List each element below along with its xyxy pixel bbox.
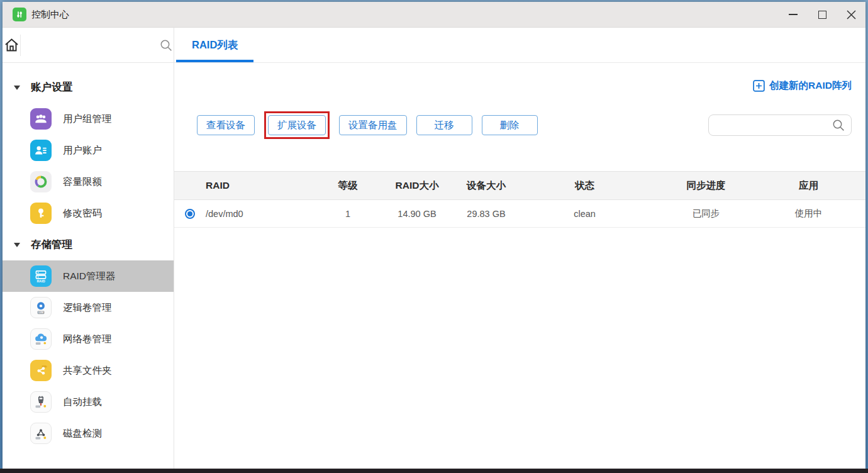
sidebar-item-label: 修改密码 — [63, 207, 102, 220]
maximize-icon — [818, 11, 826, 19]
sidebar-item-raid-manager[interactable]: RAID RAID管理器 — [3, 260, 174, 292]
plus-icon — [753, 80, 765, 92]
column-header-level: 等级 — [325, 172, 370, 200]
column-header-sync-progress: 同步进度 — [660, 172, 752, 200]
close-icon — [847, 10, 856, 19]
column-header-device-size: 设备大小 — [464, 172, 509, 200]
cell-status: clean — [509, 200, 660, 228]
raid-list-content: 创建新的RAID阵列 查看设备 扩展设备 设置备用盘 迁移 删除 — [174, 63, 865, 469]
tab-bar: RAID列表 — [174, 28, 865, 63]
raid-table: RAID 等级 RAID大小 设备大小 状态 同步进度 应用 — [174, 171, 865, 228]
quota-donut-icon — [30, 171, 52, 192]
users-group-icon — [30, 108, 52, 130]
sidebar-item-user-account[interactable]: 用户账户 — [3, 135, 174, 166]
sidebar-item-user-group[interactable]: 用户组管理 — [3, 103, 174, 135]
home-button[interactable] — [3, 28, 20, 62]
sidebar-item-automount[interactable]: 自动挂载 — [3, 386, 174, 418]
shared-folder-icon — [30, 360, 52, 381]
row-radio-selected[interactable] — [185, 209, 195, 219]
create-raid-button[interactable]: 创建新的RAID阵列 — [753, 79, 852, 92]
collapse-triangle-icon — [14, 86, 20, 90]
sidebar-item-label: 自动挂载 — [63, 396, 102, 409]
network-volume-cloud-icon — [30, 328, 52, 350]
sidebar-section-storage-management[interactable]: 存储管理 — [3, 229, 174, 260]
cell-device-size: 29.83 GB — [464, 200, 509, 228]
svg-text:LVM: LVM — [38, 311, 43, 314]
view-device-button[interactable]: 查看设备 — [197, 115, 255, 135]
toolbar: 查看设备 扩展设备 设置备用盘 迁移 删除 — [197, 111, 852, 139]
tab-label: RAID列表 — [192, 38, 238, 52]
svg-text:RAID: RAID — [36, 279, 45, 283]
column-header-raid: RAID — [206, 172, 325, 200]
sidebar-item-shared-folder[interactable]: 共享文件夹 — [3, 355, 174, 386]
table-search-box[interactable] — [708, 114, 852, 136]
table-search-input[interactable] — [716, 120, 831, 130]
cell-level: 1 — [325, 200, 370, 228]
sidebar: 账户设置 用户组管理 用户账户 — [3, 28, 174, 469]
tab-raid-list[interactable]: RAID列表 — [176, 28, 253, 62]
lvm-disk-icon: LVM — [30, 297, 52, 318]
create-raid-label: 创建新的RAID阵列 — [769, 79, 852, 92]
radio-column-header — [174, 172, 206, 200]
set-spare-disk-button[interactable]: 设置备用盘 — [339, 115, 407, 135]
sidebar-item-network-volume[interactable]: 网络卷管理 — [3, 323, 174, 355]
table-header-row: RAID 等级 RAID大小 设备大小 状态 同步进度 应用 — [174, 172, 865, 200]
search-icon — [831, 118, 846, 133]
control-center-app-icon — [13, 8, 26, 21]
sidebar-section-account-settings[interactable]: 账户设置 — [3, 72, 174, 103]
sidebar-item-label: 容量限额 — [63, 175, 102, 189]
raid-manager-icon: RAID — [30, 265, 52, 287]
sidebar-item-lvm-manager[interactable]: LVM 逻辑卷管理 — [3, 292, 174, 323]
section-label: 账户设置 — [31, 81, 72, 94]
expand-device-button[interactable]: 扩展设备 — [268, 115, 326, 135]
titlebar: 控制中心 — [3, 2, 865, 28]
cell-sync-progress: 已同步 — [660, 200, 752, 228]
main-panel: RAID列表 创建新的RAID阵列 查看设备 — [174, 28, 865, 469]
collapse-triangle-icon — [14, 243, 20, 247]
sidebar-nav: 账户设置 用户组管理 用户账户 — [3, 63, 174, 449]
disk-check-icon — [30, 423, 52, 444]
automount-plug-icon — [30, 391, 52, 413]
home-icon — [3, 36, 20, 53]
table-row[interactable]: /dev/md0 1 14.90 GB 29.83 GB clean 已同步 使… — [174, 200, 865, 228]
column-header-application: 应用 — [752, 172, 865, 200]
sidebar-item-label: 用户组管理 — [63, 113, 112, 126]
sidebar-item-label: RAID管理器 — [63, 270, 116, 283]
sidebar-search-input[interactable] — [21, 28, 159, 62]
user-account-icon — [30, 140, 52, 161]
desktop-background: 控制中心 — [0, 0, 868, 473]
app-window: 控制中心 — [3, 2, 865, 469]
column-header-status: 状态 — [509, 172, 660, 200]
sidebar-item-label: 共享文件夹 — [63, 364, 112, 377]
sidebar-item-label: 用户账户 — [63, 144, 102, 157]
cell-raid-device: /dev/md0 — [206, 200, 325, 228]
window-controls — [779, 2, 865, 27]
red-highlight-annotation: 扩展设备 — [264, 111, 330, 139]
minimize-button[interactable] — [779, 2, 808, 27]
migrate-button[interactable]: 迁移 — [416, 115, 472, 135]
cell-application: 使用中 — [752, 200, 865, 228]
window-title: 控制中心 — [31, 9, 69, 21]
maximize-button[interactable] — [808, 2, 837, 27]
minimize-icon — [789, 14, 798, 15]
cell-raid-size: 14.90 GB — [370, 200, 464, 228]
sidebar-item-quota[interactable]: 容量限额 — [3, 166, 174, 198]
desktop-taskbar-strip — [0, 469, 868, 473]
password-key-icon — [30, 203, 52, 224]
sidebar-item-disk-check[interactable]: 磁盘检测 — [3, 418, 174, 449]
close-button[interactable] — [837, 2, 865, 27]
section-label: 存储管理 — [31, 238, 72, 252]
delete-button[interactable]: 删除 — [482, 115, 538, 135]
sidebar-item-change-password[interactable]: 修改密码 — [3, 198, 174, 229]
sidebar-item-label: 逻辑卷管理 — [63, 301, 112, 314]
search-icon[interactable] — [159, 38, 174, 53]
sidebar-item-label: 网络卷管理 — [63, 333, 112, 346]
column-header-raid-size: RAID大小 — [370, 172, 464, 200]
sidebar-search-bar — [3, 28, 174, 63]
sidebar-item-label: 磁盘检测 — [63, 427, 102, 440]
